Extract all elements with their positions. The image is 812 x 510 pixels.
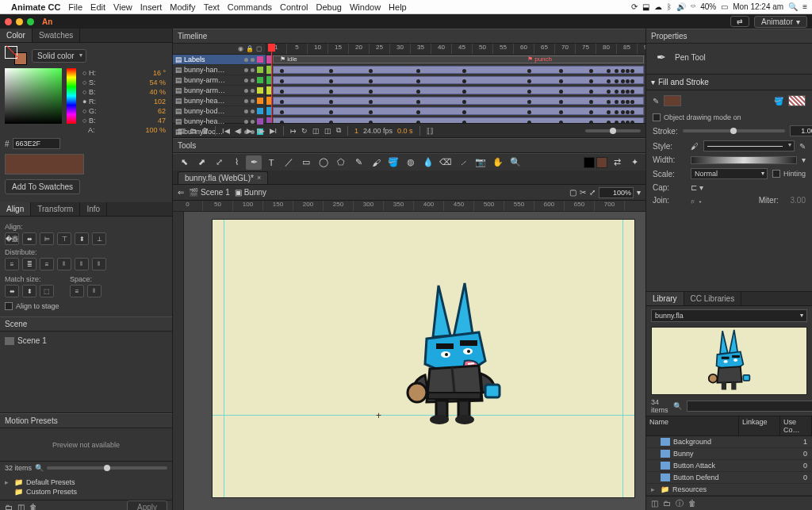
minimize-icon[interactable]: [16, 18, 23, 25]
stage-ruler-tick[interactable]: 400: [414, 201, 444, 211]
track-row[interactable]: ⚑ idle⚑ punch: [266, 55, 645, 65]
menu-control[interactable]: Control: [280, 2, 308, 12]
vertical-ruler[interactable]: [173, 212, 184, 510]
align-top-icon[interactable]: ⊤: [57, 232, 71, 245]
track-row[interactable]: [266, 65, 645, 75]
fps[interactable]: 24.00 fps: [363, 127, 393, 135]
align-vcenter-icon[interactable]: ⬍: [75, 232, 89, 245]
clock[interactable]: Mon 12:24 am: [733, 2, 783, 11]
dist-left-icon[interactable]: ⫴: [57, 258, 71, 270]
col-linkage[interactable]: Linkage: [739, 416, 780, 435]
goto-last-icon[interactable]: ▶I: [270, 127, 278, 135]
stroke-color-chip[interactable]: [584, 157, 595, 168]
menu-debug[interactable]: Debug: [316, 2, 342, 12]
menu-modify[interactable]: Modify: [170, 2, 195, 12]
play-icon[interactable]: ▶: [247, 127, 252, 135]
pencil-mini-icon[interactable]: ✎: [653, 97, 659, 105]
spotlight-icon[interactable]: 🔍: [788, 2, 798, 11]
ink-bottle-icon[interactable]: ◍: [403, 155, 419, 170]
track-row[interactable]: [266, 75, 645, 86]
volume-icon[interactable]: 🔊: [676, 2, 686, 11]
hue-value[interactable]: 16 °: [153, 69, 166, 77]
tab-cc-libraries[interactable]: CC Libraries: [684, 292, 742, 305]
nav-back-icon[interactable]: ⇐: [178, 188, 184, 197]
join-select[interactable]: ⟔ ▾: [691, 196, 703, 205]
wifi-icon[interactable]: ⌔: [691, 2, 695, 11]
tab-library[interactable]: Library: [646, 292, 684, 305]
battery-icon[interactable]: ▭: [721, 2, 728, 11]
ruler-tick[interactable]: 70: [555, 44, 576, 54]
outline-icon[interactable]: ▢: [256, 45, 262, 52]
stage-ruler-tick[interactable]: 200: [293, 201, 324, 211]
menu-commands[interactable]: Commands: [228, 2, 272, 12]
stage-ruler-tick[interactable]: 100: [233, 201, 263, 211]
fill-color-chip[interactable]: [596, 157, 607, 168]
object-drawing-checkbox[interactable]: Object drawing mode on: [653, 113, 806, 121]
layer-row[interactable]: ▤bunny-arm…: [173, 86, 266, 96]
new-folder-icon[interactable]: 🗀: [5, 503, 13, 510]
breadcrumb-scene[interactable]: 🎬 Scene 1: [189, 188, 230, 197]
loop-icon[interactable]: ↻: [301, 127, 308, 135]
col-name[interactable]: Name: [646, 416, 739, 435]
cap-select[interactable]: ⊏ ▾: [691, 183, 703, 192]
menu-edit[interactable]: Edit: [90, 2, 105, 12]
stage-ruler-tick[interactable]: 0: [173, 201, 203, 211]
ruler-tick[interactable]: 10: [308, 44, 328, 54]
eyedropper-icon[interactable]: 💧: [420, 155, 436, 170]
stroke-swatch[interactable]: [788, 95, 806, 106]
ruler-tick[interactable]: 60: [514, 44, 534, 54]
menu-text[interactable]: Text: [204, 2, 220, 12]
ruler-tick[interactable]: 80: [596, 44, 617, 54]
stage[interactable]: +: [213, 220, 634, 497]
match-width-icon[interactable]: ⬌: [5, 285, 19, 297]
hand-tool-icon[interactable]: ✋: [490, 155, 506, 170]
stage-ruler-tick[interactable]: 550: [504, 201, 534, 211]
ruler-tick[interactable]: 45: [452, 44, 473, 54]
ruler-tick[interactable]: 35: [411, 44, 431, 54]
sync-settings-icon[interactable]: ⇄: [730, 16, 749, 27]
dist-vcenter-icon[interactable]: ≣: [22, 258, 36, 270]
space-horiz-icon[interactable]: ⫴: [87, 285, 102, 297]
fill-swatch[interactable]: [664, 95, 681, 106]
swap-colors-icon[interactable]: ⇄: [609, 155, 625, 170]
onion-skin-icon[interactable]: ◫: [312, 127, 320, 135]
dropbox-icon[interactable]: ⬓: [642, 2, 649, 11]
snap-icon[interactable]: ✦: [626, 155, 642, 170]
span-based-icon[interactable]: ⟦⟧: [427, 127, 433, 135]
library-item[interactable]: ▸📁 Resources: [646, 484, 812, 496]
center-frame-icon[interactable]: ↦: [290, 127, 297, 135]
preset-default[interactable]: ▸📁 Default Presets: [5, 477, 167, 487]
bri-value[interactable]: 40 %: [149, 88, 166, 96]
cloud-icon[interactable]: ☁: [654, 2, 662, 11]
space-vert-icon[interactable]: ≡: [70, 285, 84, 297]
layer-row[interactable]: ▤bunny-arm…: [173, 75, 266, 86]
timeline-zoom-slider[interactable]: [585, 129, 641, 132]
align-hcenter-icon[interactable]: ⬌: [22, 232, 36, 245]
width-tool-icon[interactable]: ⟋: [455, 155, 471, 170]
zoom-input[interactable]: [599, 187, 634, 198]
edit-style-icon[interactable]: ✎: [799, 142, 806, 151]
camera-tool-icon[interactable]: 📷: [473, 155, 488, 170]
ruler-tick[interactable]: 50: [473, 44, 493, 54]
tab-info[interactable]: Info: [80, 202, 107, 216]
fill-stroke-section[interactable]: ▾ Fill and Stroke: [646, 74, 812, 90]
visibility-icon[interactable]: ◉: [238, 45, 243, 52]
bluetooth-icon[interactable]: ᛒ: [667, 2, 672, 11]
a-value[interactable]: 100 %: [145, 126, 166, 134]
hinting-checkbox[interactable]: Hinting: [772, 170, 806, 178]
col-usecount[interactable]: Use Co…: [780, 416, 812, 435]
layer-row[interactable]: ▤bunny-bod…: [173, 106, 266, 117]
text-tool-icon[interactable]: T: [263, 155, 279, 170]
new-layer-icon[interactable]: ▤: [178, 127, 185, 135]
match-both-icon[interactable]: ⬚: [40, 285, 54, 297]
library-search[interactable]: [687, 401, 813, 412]
ruler-tick[interactable]: 90: [638, 44, 645, 54]
menu-help[interactable]: Help: [389, 2, 407, 12]
lasso-icon[interactable]: ⌇: [228, 155, 244, 170]
goto-first-icon[interactable]: I◀: [222, 127, 230, 135]
apply-button[interactable]: Apply: [127, 500, 167, 510]
add-to-swatches-button[interactable]: Add To Swatches: [5, 179, 80, 194]
library-file-select[interactable]: bunny.fla: [651, 309, 807, 322]
scale-select[interactable]: Normal: [691, 168, 768, 179]
free-transform-icon[interactable]: ⤢: [211, 155, 227, 170]
